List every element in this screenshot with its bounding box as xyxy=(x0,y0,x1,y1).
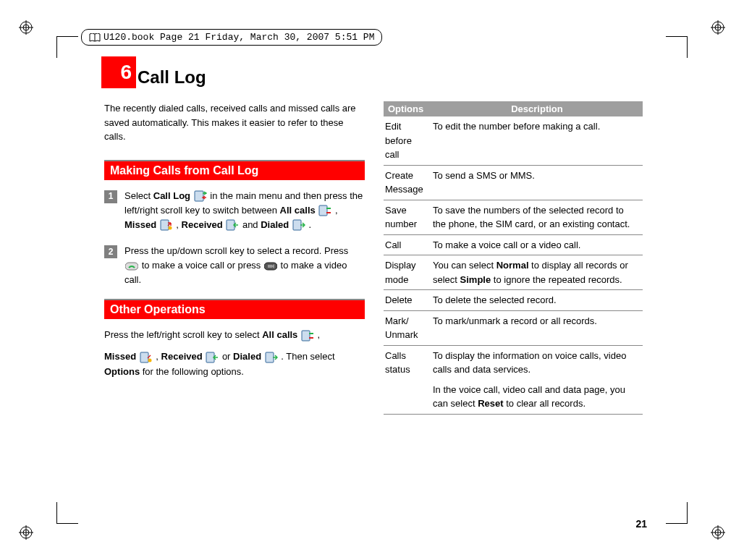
svg-rect-26 xyxy=(302,331,310,341)
table-row: Create MessageTo send a SMS or MMS. xyxy=(384,165,643,200)
paragraph: Press the left/right scroll key to selec… xyxy=(104,328,363,342)
corner-bracket-icon xyxy=(56,502,78,524)
svg-rect-30 xyxy=(266,352,274,362)
svg-point-28 xyxy=(148,359,151,362)
missed-icon xyxy=(140,352,153,363)
options-table: Options Description Edit before callTo e… xyxy=(384,101,643,415)
section-heading: Other Operations xyxy=(104,299,365,319)
svg-rect-19 xyxy=(161,220,169,230)
crop-mark-icon xyxy=(19,20,33,35)
dialed-icon xyxy=(292,219,305,231)
svg-rect-18 xyxy=(319,205,327,216)
paragraph: Missed , Received or Dialed . Then selec… xyxy=(104,349,363,378)
crop-mark-icon xyxy=(711,525,725,540)
step-number: 2 xyxy=(104,245,117,258)
section-heading: Making Calls from Call Log xyxy=(104,160,365,180)
chapter-number: 6 xyxy=(101,56,136,88)
step-number: 1 xyxy=(104,190,117,203)
table-row: CallTo make a voice call or a video call… xyxy=(384,234,643,255)
all-calls-icon xyxy=(318,205,331,216)
svg-rect-25 xyxy=(268,265,272,268)
table-row: Save numberTo save the numbers of the se… xyxy=(384,200,643,234)
all-calls-icon xyxy=(301,330,314,341)
page-number: 21 xyxy=(635,518,647,530)
step-item: 2 Press the up/down scroll key to select… xyxy=(104,244,363,287)
corner-bracket-icon xyxy=(666,502,688,524)
chapter-heading: 6 Call Log xyxy=(104,56,206,88)
table-row: Edit before callTo edit the number befor… xyxy=(384,116,643,165)
table-row: Mark/ UnmarkTo mark/unmark a record or a… xyxy=(384,310,643,345)
call-key-icon xyxy=(125,260,138,272)
svg-rect-22 xyxy=(293,220,301,230)
book-icon xyxy=(89,33,101,42)
svg-rect-17 xyxy=(195,191,203,201)
svg-point-20 xyxy=(168,226,172,230)
source-path: U120.book Page 21 Friday, March 30, 2007… xyxy=(81,29,382,46)
svg-rect-27 xyxy=(140,352,148,362)
table-row: Display modeYou can select Normal to dis… xyxy=(384,255,643,290)
step-text: Press the up/down scroll key to select a… xyxy=(124,244,363,287)
received-icon xyxy=(206,352,219,363)
chapter-title: Call Log xyxy=(138,67,206,88)
corner-bracket-icon xyxy=(666,36,688,58)
intro-text: The recently dialed calls, received call… xyxy=(104,101,363,144)
table-row: DeleteTo delete the selected record. xyxy=(384,290,643,311)
video-key-icon xyxy=(264,260,277,272)
received-icon xyxy=(226,219,239,231)
table-header: Options xyxy=(384,101,431,116)
crop-mark-icon xyxy=(711,20,725,35)
missed-icon xyxy=(160,219,173,231)
crop-mark-icon xyxy=(19,525,33,540)
call-log-icon xyxy=(194,190,207,202)
step-item: 1 Select Call Log in the main menu and t… xyxy=(104,189,363,232)
corner-bracket-icon xyxy=(56,36,78,58)
dialed-icon xyxy=(265,352,278,363)
step-text: Select Call Log in the main menu and the… xyxy=(124,189,363,232)
table-header: Description xyxy=(431,101,643,116)
table-row: Calls statusTo display the information o… xyxy=(384,345,643,414)
